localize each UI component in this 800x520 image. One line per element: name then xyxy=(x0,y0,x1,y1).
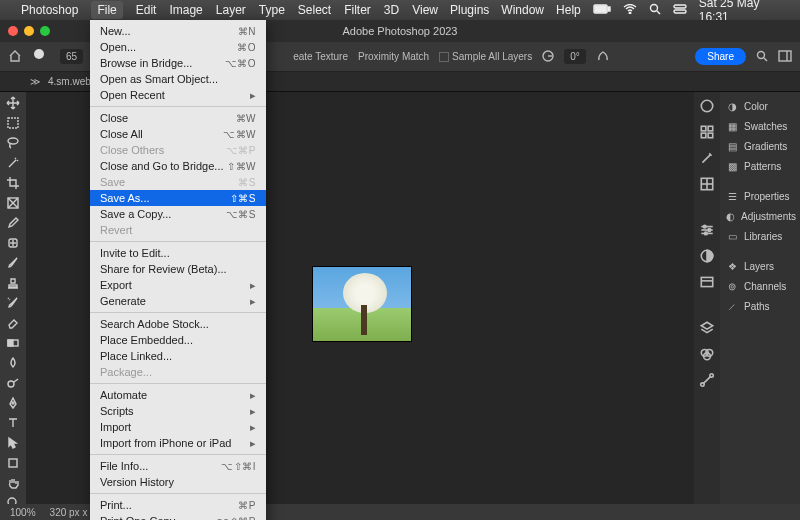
gradient-tool[interactable] xyxy=(3,336,23,350)
file-menu-item[interactable]: Close All⌥⌘W xyxy=(90,126,266,142)
menu-plugins[interactable]: Plugins xyxy=(450,3,489,17)
file-menu-item[interactable]: Close and Go to Bridge...⇧⌘W xyxy=(90,158,266,174)
menu-filter[interactable]: Filter xyxy=(344,3,371,17)
brush-size[interactable]: 65 xyxy=(60,49,83,64)
maximize-window-button[interactable] xyxy=(40,26,50,36)
file-menu-item[interactable]: Automate▸ xyxy=(90,387,266,403)
pen-tool[interactable] xyxy=(3,396,23,410)
menu-3d[interactable]: 3D xyxy=(384,3,399,17)
file-menu-item[interactable]: Share for Review (Beta)... xyxy=(90,261,266,277)
menu-layer[interactable]: Layer xyxy=(216,3,246,17)
svg-line-12 xyxy=(764,58,767,61)
menu-help[interactable]: Help xyxy=(556,3,581,17)
swatches-panel-icon[interactable] xyxy=(699,124,715,140)
file-menu-item[interactable]: Import from iPhone or iPad▸ xyxy=(90,435,266,451)
panel-properties[interactable]: ☰Properties xyxy=(726,188,794,204)
file-menu-item[interactable]: Print...⌘P xyxy=(90,497,266,513)
file-menu-item[interactable]: Open as Smart Object... xyxy=(90,71,266,87)
file-menu-item[interactable]: Place Linked... xyxy=(90,348,266,364)
panel-libraries[interactable]: ▭Libraries xyxy=(726,228,794,244)
menu-image[interactable]: Image xyxy=(169,3,202,17)
workspace-icon[interactable] xyxy=(778,50,792,64)
file-menu-item[interactable]: Open...⌘O xyxy=(90,39,266,55)
panel-channels[interactable]: ⊚Channels xyxy=(726,278,794,294)
file-menu-item[interactable]: Place Embedded... xyxy=(90,332,266,348)
wand-tool[interactable] xyxy=(3,156,23,170)
properties-panel-icon[interactable] xyxy=(699,222,715,238)
menu-item-label: Invite to Edit... xyxy=(100,247,256,259)
menu-type[interactable]: Type xyxy=(259,3,285,17)
menu-file[interactable]: File xyxy=(91,1,122,19)
file-menu-item[interactable]: Print One Copy⌥⇧⌘P xyxy=(90,513,266,520)
eraser-tool[interactable] xyxy=(3,316,23,330)
channels-panel-icon[interactable] xyxy=(699,346,715,362)
menu-photoshop[interactable]: Photoshop xyxy=(21,3,78,17)
hand-tool[interactable] xyxy=(3,476,23,490)
menu-select[interactable]: Select xyxy=(298,3,331,17)
file-menu-item[interactable]: New...⌘N xyxy=(90,23,266,39)
control-center-icon[interactable] xyxy=(673,3,687,17)
type-tool[interactable] xyxy=(3,416,23,430)
move-tool[interactable] xyxy=(3,96,23,110)
submenu-arrow-icon: ▸ xyxy=(250,437,256,450)
panel-adjustments[interactable]: ◐Adjustments xyxy=(726,208,794,224)
file-menu-item[interactable]: Version History xyxy=(90,474,266,490)
angle-icon[interactable] xyxy=(542,50,554,64)
blur-tool[interactable] xyxy=(3,356,23,370)
color-panel-icon[interactable] xyxy=(699,98,715,114)
share-button[interactable]: Share xyxy=(695,48,746,65)
path-select-tool[interactable] xyxy=(3,436,23,450)
patterns-panel-icon[interactable] xyxy=(699,176,715,192)
lasso-tool[interactable] xyxy=(3,136,23,150)
panel-swatches[interactable]: ▦Swatches xyxy=(726,118,794,134)
history-brush-tool[interactable] xyxy=(3,296,23,310)
shape-tool[interactable] xyxy=(3,456,23,470)
search-icon[interactable] xyxy=(649,3,661,18)
pressure-icon[interactable] xyxy=(596,49,610,65)
menu-view[interactable]: View xyxy=(412,3,438,17)
eyedropper-tool[interactable] xyxy=(3,216,23,230)
home-icon[interactable] xyxy=(8,49,22,65)
file-menu-item[interactable]: Generate▸ xyxy=(90,293,266,309)
menu-item-label: Package... xyxy=(100,366,256,378)
libraries-panel-icon[interactable] xyxy=(699,274,715,290)
doc-expand-icon[interactable]: ≫ xyxy=(30,76,40,87)
brush-tool[interactable] xyxy=(3,256,23,270)
panel-color[interactable]: ◑Color xyxy=(726,98,794,114)
close-window-button[interactable] xyxy=(8,26,18,36)
panel-layers[interactable]: ❖Layers xyxy=(726,258,794,274)
dodge-tool[interactable] xyxy=(3,376,23,390)
file-menu-item[interactable]: Close⌘W xyxy=(90,110,266,126)
search-docs-icon[interactable] xyxy=(756,50,768,64)
menu-edit[interactable]: Edit xyxy=(136,3,157,17)
layers-panel-icon[interactable] xyxy=(699,320,715,336)
file-menu-item[interactable]: Save As...⇧⌘S xyxy=(90,190,266,206)
file-menu-item[interactable]: Search Adobe Stock... xyxy=(90,316,266,332)
stamp-tool[interactable] xyxy=(3,276,23,290)
brush-preset-icon[interactable] xyxy=(32,47,50,67)
sample-all-layers-checkbox[interactable]: Sample All Layers xyxy=(439,51,532,62)
menu-window[interactable]: Window xyxy=(501,3,544,17)
panel-patterns[interactable]: ▩Patterns xyxy=(726,158,794,174)
svg-rect-7 xyxy=(674,10,686,13)
frame-tool[interactable] xyxy=(3,196,23,210)
healing-tool[interactable] xyxy=(3,236,23,250)
file-menu-item[interactable]: Open Recent▸ xyxy=(90,87,266,103)
crop-tool[interactable] xyxy=(3,176,23,190)
file-menu-item[interactable]: Export▸ xyxy=(90,277,266,293)
file-menu-item[interactable]: Scripts▸ xyxy=(90,403,266,419)
marquee-tool[interactable] xyxy=(3,116,23,130)
panel-gradients[interactable]: ▤Gradients xyxy=(726,138,794,154)
brushes-panel-icon[interactable] xyxy=(699,150,715,166)
adjustments-panel-icon[interactable] xyxy=(699,248,715,264)
file-menu-item[interactable]: Invite to Edit... xyxy=(90,245,266,261)
panel-paths[interactable]: ⟋Paths xyxy=(726,298,794,314)
angle-value[interactable]: 0° xyxy=(564,49,586,64)
paths-panel-icon[interactable] xyxy=(699,372,715,388)
minimize-window-button[interactable] xyxy=(24,26,34,36)
file-menu-item[interactable]: Browse in Bridge...⌥⌘O xyxy=(90,55,266,71)
file-menu-item[interactable]: File Info...⌥⇧⌘I xyxy=(90,458,266,474)
file-menu-item[interactable]: Save a Copy...⌥⌘S xyxy=(90,206,266,222)
status-zoom[interactable]: 100% xyxy=(10,507,36,518)
file-menu-item[interactable]: Import▸ xyxy=(90,419,266,435)
